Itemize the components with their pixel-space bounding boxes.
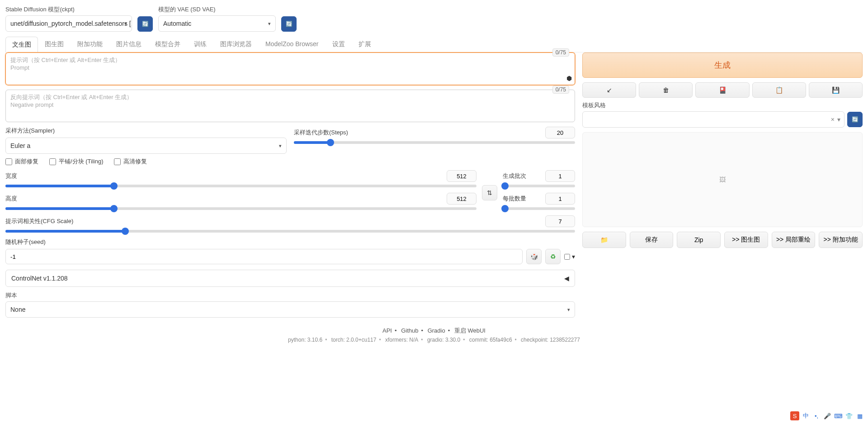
width-slider[interactable]: [5, 185, 476, 187]
neg-token-count: 0/75: [552, 86, 569, 94]
script-select[interactable]: None: [5, 301, 575, 318]
output-gallery[interactable]: 🖼: [582, 132, 863, 227]
footer-reload-link[interactable]: 重启 WebUI: [454, 327, 486, 334]
width-label: 宽度: [5, 172, 442, 180]
styles-refresh-button[interactable]: 🔄: [847, 112, 863, 127]
footer-api-link[interactable]: API: [382, 327, 392, 334]
paste-button[interactable]: 📋: [752, 82, 806, 98]
tab-train[interactable]: 训练: [187, 36, 213, 52]
checkpoint-refresh-button[interactable]: 🔄: [137, 16, 153, 32]
steps-input[interactable]: [545, 127, 575, 138]
image-placeholder-icon: 🖼: [719, 176, 726, 183]
batch-count-input[interactable]: [545, 170, 575, 182]
version-checkpoint: checkpoint: 1238522277: [521, 337, 580, 343]
tab-img2img[interactable]: 图生图: [38, 36, 71, 52]
interrogate-button[interactable]: ↙: [582, 82, 636, 98]
width-input[interactable]: [447, 170, 476, 182]
tab-modelzoo[interactable]: ModelZoo Browser: [259, 36, 326, 52]
batch-size-input[interactable]: [545, 193, 575, 205]
height-slider[interactable]: [5, 207, 476, 210]
tab-checkpoint-merger[interactable]: 模型合并: [148, 36, 187, 52]
prompt-placeholder-2: Prompt: [10, 64, 570, 72]
batch-size-label: 每批数量: [503, 195, 541, 203]
neg-placeholder-2: Negative prompt: [10, 101, 570, 109]
tab-settings[interactable]: 设置: [326, 36, 352, 52]
prompt-placeholder-1: 提示词（按 Ctrl+Enter 或 Alt+Enter 生成）: [10, 57, 570, 64]
tab-pnginfo[interactable]: 图片信息: [109, 36, 148, 52]
save-style-button[interactable]: 💾: [809, 82, 863, 98]
extra-networks-button[interactable]: 🎴: [695, 82, 749, 98]
steps-slider[interactable]: [294, 141, 575, 144]
neg-placeholder-1: 反向提示词（按 Ctrl+Enter 或 Alt+Enter 生成）: [10, 94, 570, 101]
batch-size-slider[interactable]: [503, 207, 575, 210]
extra-networks-icon[interactable]: ⬢: [566, 75, 572, 82]
swap-dimensions-button[interactable]: ⇅: [482, 185, 497, 200]
styles-select[interactable]: ×▾: [582, 111, 844, 128]
seed-extra-checkbox[interactable]: ▾: [564, 253, 575, 260]
send-img2img-button[interactable]: >> 图生图: [724, 232, 768, 248]
vae-select[interactable]: Automatic: [158, 15, 276, 32]
cfg-label: 提示词相关性(CFG Scale): [5, 217, 541, 225]
prompt-token-count: 0/75: [552, 48, 569, 57]
batch-count-slider[interactable]: [503, 185, 575, 187]
seed-random-button[interactable]: 🎲: [526, 249, 542, 264]
cfg-slider[interactable]: [5, 230, 575, 233]
cfg-input[interactable]: [545, 215, 575, 227]
clear-prompt-button[interactable]: 🗑: [639, 82, 693, 98]
height-label: 高度: [5, 195, 442, 203]
tab-image-browser[interactable]: 图库浏览器: [213, 36, 259, 52]
face-restore-checkbox[interactable]: 面部修复: [5, 157, 38, 166]
version-gradio: gradio: 3.30.0: [427, 337, 460, 343]
footer: API• Github• Gradio• 重启 WebUI python: 3.…: [5, 327, 863, 343]
checkpoint-select[interactable]: unet/diffusion_pytorch_model.safetensors…: [5, 15, 132, 32]
hires-checkbox[interactable]: 高清修复: [114, 157, 147, 166]
script-label: 脚本: [5, 291, 575, 300]
send-inpaint-button[interactable]: >> 局部重绘: [772, 232, 816, 248]
accordion-arrow-icon: ◀: [564, 275, 569, 282]
open-folder-button[interactable]: 📁: [582, 232, 626, 248]
footer-github-link[interactable]: Github: [401, 327, 418, 334]
clear-icon[interactable]: ×: [831, 116, 835, 123]
tab-extensions[interactable]: 扩展: [352, 36, 378, 52]
seed-reuse-button[interactable]: ♻: [545, 249, 561, 264]
height-input[interactable]: [447, 193, 476, 205]
controlnet-accordion[interactable]: ControlNet v1.1.208 ◀: [5, 270, 575, 287]
controlnet-title: ControlNet v1.1.208: [11, 275, 68, 282]
steps-label: 采样迭代步数(Steps): [294, 129, 541, 137]
generate-button[interactable]: 生成: [582, 52, 863, 78]
sampler-select[interactable]: Euler a: [5, 138, 287, 154]
styles-label: 模板风格: [582, 101, 863, 110]
seed-label: 随机种子(seed): [5, 238, 575, 246]
sampler-label: 采样方法(Sampler): [5, 127, 287, 135]
save-button[interactable]: 保存: [630, 232, 674, 248]
checkpoint-label: Stable Diffusion 模型(ckpt): [5, 5, 132, 14]
prompt-textarea[interactable]: 0/75 提示词（按 Ctrl+Enter 或 Alt+Enter 生成） Pr…: [5, 52, 575, 85]
vae-label: 模型的 VAE (SD VAE): [158, 5, 276, 14]
seed-input[interactable]: [5, 249, 523, 264]
version-xformers: xformers: N/A: [385, 337, 418, 343]
tiling-checkbox[interactable]: 平铺/分块 (Tiling): [49, 157, 103, 166]
tab-extras[interactable]: 附加功能: [71, 36, 109, 52]
zip-button[interactable]: Zip: [677, 232, 721, 248]
version-python: python: 3.10.6: [288, 337, 322, 343]
version-commit: commit: 65fa49c6: [469, 337, 512, 343]
batch-count-label: 生成批次: [503, 172, 541, 180]
footer-gradio-link[interactable]: Gradio: [428, 327, 445, 334]
main-tabs: 文生图 图生图 附加功能 图片信息 模型合并 训练 图库浏览器 ModelZoo…: [5, 36, 863, 52]
negative-prompt-textarea[interactable]: 0/75 反向提示词（按 Ctrl+Enter 或 Alt+Enter 生成） …: [5, 90, 575, 122]
version-torch: torch: 2.0.0+cu117: [331, 337, 377, 343]
vae-refresh-button[interactable]: 🔄: [281, 16, 297, 32]
send-extras-button[interactable]: >> 附加功能: [819, 232, 863, 248]
tab-txt2img[interactable]: 文生图: [5, 37, 38, 52]
chevron-down-icon: ▾: [837, 116, 840, 123]
